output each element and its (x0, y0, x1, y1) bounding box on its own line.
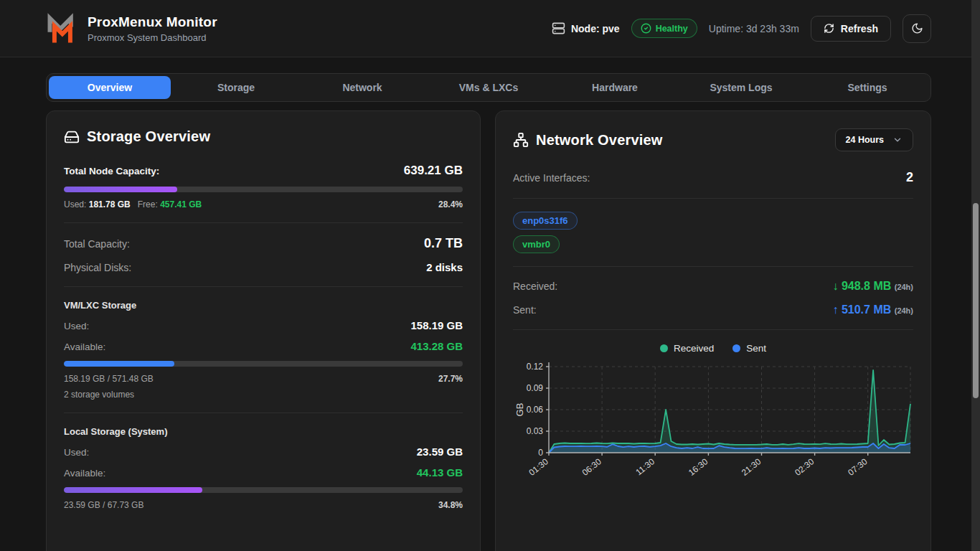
svg-text:16:30: 16:30 (687, 456, 710, 478)
main-content: Overview Storage Network VMs & LXCs Hard… (0, 57, 980, 551)
tab-overview[interactable]: Overview (49, 76, 171, 99)
active-interfaces-label: Active Interfaces: (513, 172, 590, 184)
interface-badge-vmbr0[interactable]: vmbr0 (513, 235, 560, 253)
local-available-value: 44.13 GB (417, 466, 463, 479)
hard-drive-icon (64, 129, 80, 145)
theme-toggle-button[interactable] (903, 14, 931, 43)
tab-hardware[interactable]: Hardware (554, 76, 676, 99)
legend-received: Received (660, 343, 714, 354)
local-storage-title: Local Storage (System) (64, 426, 463, 437)
legend-sent: Sent (732, 343, 766, 354)
divider (64, 222, 463, 223)
node-label: Node: pve (571, 23, 620, 34)
svg-text:02:30: 02:30 (793, 456, 816, 478)
scrollbar-thumb[interactable] (973, 203, 979, 398)
local-used-label: Used: (64, 447, 89, 458)
vm-used-value: 158.19 GB (410, 319, 463, 331)
tab-vms-lxcs[interactable]: VMs & LXCs (428, 76, 550, 99)
svg-text:0.06: 0.06 (527, 405, 544, 415)
moon-icon (911, 22, 923, 34)
vm-percent: 27.7% (438, 374, 463, 384)
server-icon (552, 22, 565, 35)
time-range-dropdown[interactable]: 24 Hours (835, 128, 914, 151)
local-available-label: Available: (64, 468, 105, 479)
divider (513, 266, 913, 267)
storage-overview-card: Storage Overview Total Node Capacity: 63… (46, 110, 481, 551)
interface-badge-enp0s31f6[interactable]: enp0s31f6 (513, 212, 578, 230)
active-interfaces-value: 2 (906, 170, 913, 185)
vm-available-label: Available: (64, 342, 105, 352)
storage-card-title: Storage Overview (87, 128, 210, 145)
total-node-capacity-label: Total Node Capacity: (64, 166, 159, 176)
vm-available-value: 413.28 GB (410, 340, 463, 352)
total-capacity-label: Total Capacity: (64, 238, 130, 250)
network-overview-card: Network Overview 24 Hours Active Interfa… (495, 110, 931, 551)
network-icon (513, 132, 529, 148)
network-traffic-chart: 00.030.060.090.1201:3006:3011:3016:3021:… (513, 358, 913, 487)
node-used-free-text: Used: 181.78 GB Free: 457.41 GB (64, 199, 202, 209)
vm-storage-progressbar (64, 361, 463, 367)
refresh-icon (824, 23, 834, 34)
physical-disks-label: Physical Disks: (64, 262, 131, 273)
brand: ProxMenux Monitor Proxmox System Dashboa… (46, 13, 217, 44)
network-card-title: Network Overview (536, 132, 663, 149)
svg-text:21:30: 21:30 (740, 456, 763, 478)
header: ProxMenux Monitor Proxmox System Dashboa… (0, 0, 980, 57)
received-label: Received: (513, 281, 557, 292)
app-title: ProxMenux Monitor (88, 14, 217, 30)
received-value: ↓ 948.8 MB (24h) (832, 280, 913, 293)
svg-text:GB: GB (514, 403, 525, 417)
received-legend-dot (660, 344, 668, 352)
svg-text:01:30: 01:30 (527, 456, 551, 478)
chart-legend: Received Sent (513, 343, 913, 354)
refresh-button[interactable]: Refresh (811, 16, 891, 42)
sent-legend-dot (732, 344, 740, 352)
vm-volumes-text: 2 storage volumes (64, 390, 463, 400)
refresh-label: Refresh (841, 23, 878, 34)
svg-text:07:30: 07:30 (846, 456, 870, 478)
app-subtitle: Proxmox System Dashboard (88, 32, 217, 43)
divider (64, 286, 463, 287)
local-ratio-text: 23.59 GB / 67.73 GB (64, 500, 143, 510)
tab-bar: Overview Storage Network VMs & LXCs Hard… (46, 73, 931, 102)
node-capacity-progressbar (64, 187, 463, 192)
time-range-value: 24 Hours (846, 135, 885, 145)
vm-lxc-storage-title: VM/LXC Storage (64, 300, 463, 311)
svg-text:06:30: 06:30 (580, 456, 604, 478)
chevron-down-icon (892, 135, 903, 145)
divider (64, 413, 463, 413)
local-percent: 34.8% (438, 500, 463, 510)
proxmenux-logo (46, 13, 77, 44)
sent-value: ↑ 510.7 MB (24h) (832, 303, 913, 316)
scrollbar-track[interactable] (971, 0, 980, 551)
divider (513, 198, 913, 199)
down-arrow-icon: ↓ (832, 280, 838, 292)
total-node-capacity-value: 639.21 GB (404, 164, 463, 178)
svg-text:0.09: 0.09 (527, 383, 544, 393)
svg-text:0.03: 0.03 (527, 426, 544, 436)
node-capacity-percent: 28.4% (438, 199, 463, 209)
node-info: Node: pve (552, 22, 620, 35)
svg-text:0: 0 (538, 448, 543, 458)
local-used-value: 23.59 GB (417, 446, 463, 458)
vm-ratio-text: 158.19 GB / 571.48 GB (64, 374, 154, 384)
check-circle-icon (641, 23, 651, 34)
tab-settings[interactable]: Settings (806, 76, 928, 99)
svg-text:0.12: 0.12 (527, 362, 544, 372)
divider (513, 329, 913, 330)
tab-system-logs[interactable]: System Logs (680, 76, 802, 99)
tab-network[interactable]: Network (301, 76, 423, 99)
health-status-label: Healthy (656, 24, 688, 34)
svg-text:11:30: 11:30 (633, 456, 656, 477)
sent-label: Sent: (513, 304, 537, 316)
physical-disks-value: 2 disks (426, 261, 463, 273)
health-status-badge: Healthy (631, 19, 697, 38)
total-capacity-value: 0.7 TB (424, 236, 463, 251)
vm-used-label: Used: (64, 321, 89, 331)
local-storage-progressbar (64, 487, 463, 493)
uptime-text: Uptime: 3d 23h 33m (709, 23, 799, 34)
up-arrow-icon: ↑ (832, 303, 838, 316)
tab-storage[interactable]: Storage (175, 76, 297, 99)
